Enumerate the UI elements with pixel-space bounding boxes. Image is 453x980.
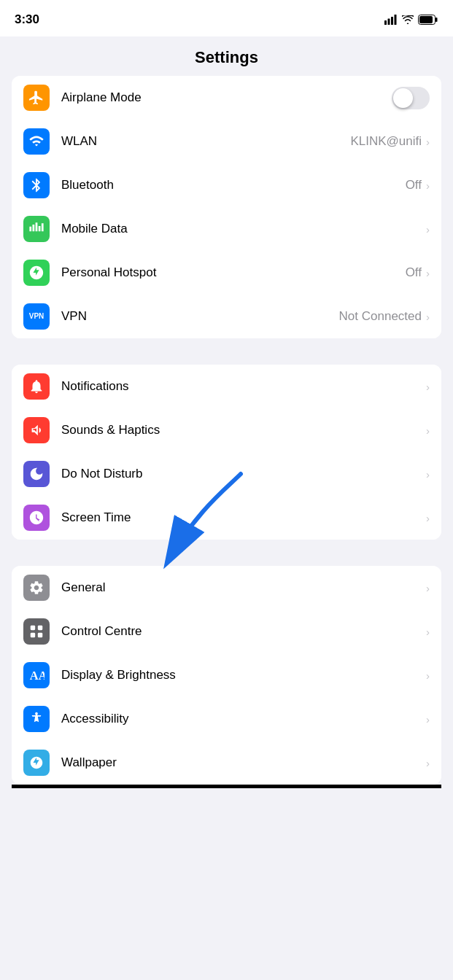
mobile-data-label: Mobile Data xyxy=(61,222,426,236)
signal-icon xyxy=(384,15,398,25)
wallpaper-row[interactable]: Wallpaper › xyxy=(12,741,441,785)
control-centre-chevron: › xyxy=(426,626,430,638)
wifi-status-icon xyxy=(402,15,414,24)
connectivity-section: Airplane Mode WLAN KLINK@unifi › Bluetoo… xyxy=(12,76,441,338)
general-chevron: › xyxy=(426,582,430,594)
screen-time-row[interactable]: Screen Time › xyxy=(12,496,441,540)
vpn-row[interactable]: VPN VPN Not Connected › xyxy=(12,295,441,338)
control-centre-row[interactable]: Control Centre › xyxy=(12,610,441,653)
sounds-icon xyxy=(23,417,50,443)
screen-time-chevron: › xyxy=(426,512,430,524)
control-centre-icon xyxy=(23,618,50,645)
gear-icon xyxy=(23,575,50,601)
vpn-icon: VPN xyxy=(23,303,50,330)
notifications-section: Notifications › Sounds & Haptics › Do No… xyxy=(12,365,441,540)
mobile-data-chevron: › xyxy=(426,223,430,236)
screentime-icon xyxy=(23,505,50,531)
status-time: 3:30 xyxy=(15,12,39,27)
do-not-disturb-row[interactable]: Do Not Disturb › xyxy=(12,452,441,496)
general-row[interactable]: General › xyxy=(12,566,441,610)
sounds-chevron: › xyxy=(426,424,430,437)
accessibility-icon xyxy=(23,706,50,732)
svg-rect-11 xyxy=(38,633,42,637)
wallpaper-chevron: › xyxy=(426,757,430,769)
svg-rect-3 xyxy=(395,15,397,25)
battery-icon xyxy=(418,15,438,25)
airplane-mode-row[interactable]: Airplane Mode xyxy=(12,76,441,120)
moon-icon xyxy=(23,461,50,487)
bluetooth-icon xyxy=(23,172,50,198)
vpn-chevron: › xyxy=(426,311,430,323)
general-label: General xyxy=(61,580,426,595)
control-centre-label: Control Centre xyxy=(61,624,426,639)
section-gap-1 xyxy=(0,338,453,365)
notifications-label: Notifications xyxy=(61,379,426,394)
personal-hotspot-row[interactable]: Personal Hotspot Off › xyxy=(12,251,441,295)
personal-hotspot-value: Off xyxy=(406,265,422,280)
status-bar: 3:30 xyxy=(0,0,453,36)
notifications-chevron: › xyxy=(426,381,430,393)
screen-time-label: Screen Time xyxy=(61,510,426,525)
wlan-chevron: › xyxy=(426,136,430,148)
svg-rect-8 xyxy=(31,626,35,630)
bluetooth-chevron: › xyxy=(426,179,430,192)
display-brightness-chevron: › xyxy=(426,669,430,682)
notifications-row[interactable]: Notifications › xyxy=(12,365,441,408)
bluetooth-label: Bluetooth xyxy=(61,178,406,192)
wlan-icon xyxy=(23,128,50,155)
display-brightness-row[interactable]: AA Display & Brightness › xyxy=(12,653,441,697)
svg-rect-10 xyxy=(31,633,35,637)
svg-rect-0 xyxy=(384,20,387,25)
airplane-mode-toggle[interactable] xyxy=(392,87,430,109)
svg-text:AA: AA xyxy=(30,669,44,682)
sounds-haptics-row[interactable]: Sounds & Haptics › xyxy=(12,408,441,452)
settings-header: Settings xyxy=(0,36,453,76)
page-title: Settings xyxy=(195,48,258,66)
system-section: General › Control Centre › AA Display & … xyxy=(12,566,441,785)
airplane-mode-label: Airplane Mode xyxy=(61,90,392,105)
personal-hotspot-label: Personal Hotspot xyxy=(61,265,406,280)
bluetooth-value: Off xyxy=(406,178,422,192)
personal-hotspot-chevron: › xyxy=(426,267,430,279)
vpn-label-badge: VPN xyxy=(29,313,44,320)
accessibility-chevron: › xyxy=(426,713,430,726)
display-icon: AA xyxy=(23,662,50,688)
notifications-icon xyxy=(23,373,50,400)
accessibility-row[interactable]: Accessibility › xyxy=(12,697,441,741)
hotspot-icon xyxy=(23,260,50,286)
do-not-disturb-chevron: › xyxy=(426,468,430,481)
wlan-row[interactable]: WLAN KLINK@unifi › xyxy=(12,120,441,163)
svg-rect-6 xyxy=(419,16,433,23)
accessibility-label: Accessibility xyxy=(61,712,426,726)
vpn-label: VPN xyxy=(61,309,339,324)
status-icons xyxy=(384,15,438,25)
svg-rect-2 xyxy=(391,17,393,25)
svg-rect-1 xyxy=(388,19,390,26)
display-brightness-label: Display & Brightness xyxy=(61,668,426,682)
svg-rect-9 xyxy=(38,626,42,630)
svg-rect-5 xyxy=(435,18,438,22)
do-not-disturb-label: Do Not Disturb xyxy=(61,467,426,481)
wlan-label: WLAN xyxy=(61,134,350,149)
sounds-haptics-label: Sounds & Haptics xyxy=(61,423,426,438)
bottom-bar xyxy=(12,785,441,788)
wallpaper-label: Wallpaper xyxy=(61,755,426,770)
vpn-value: Not Connected xyxy=(339,309,422,324)
bluetooth-row[interactable]: Bluetooth Off › xyxy=(12,163,441,207)
section-gap-2 xyxy=(0,540,453,566)
mobile-data-icon xyxy=(23,216,50,242)
airplane-icon xyxy=(23,85,50,111)
mobile-data-row[interactable]: Mobile Data › xyxy=(12,207,441,251)
wallpaper-icon xyxy=(23,750,50,776)
wlan-value: KLINK@unifi xyxy=(350,134,422,149)
